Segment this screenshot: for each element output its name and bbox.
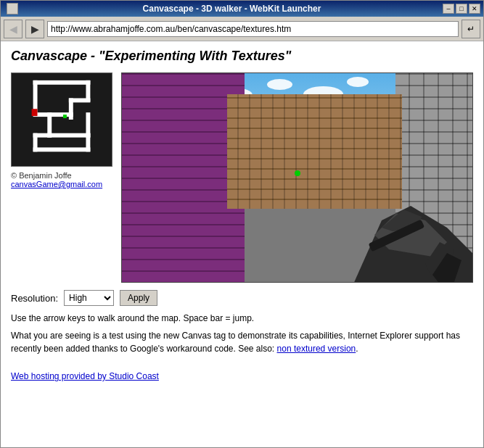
left-wall xyxy=(122,73,245,282)
content-area: Canvascape - "Experimenting With Texture… xyxy=(1,41,483,447)
info-line-2: What you are seeing is a test using the … xyxy=(11,329,473,355)
browser-toolbar: ◀ ▶ ↵ xyxy=(1,17,483,41)
cloud-4 xyxy=(267,79,292,90)
info-period: . xyxy=(356,344,358,354)
info-text-2: What you are seeing is a test using the … xyxy=(11,331,460,354)
window-controls: – □ ✕ xyxy=(443,4,480,14)
main-layout: © Benjamin Joffe canvasGame@gmail.com xyxy=(11,72,473,283)
browser-window: Canvascape - 3D walker - WebKit Launcher… xyxy=(0,0,484,448)
weapon-svg xyxy=(331,162,473,283)
enemy-dot xyxy=(295,170,300,176)
cloud-6 xyxy=(347,77,369,87)
svg-rect-13 xyxy=(33,147,91,152)
go-button[interactable]: ↵ xyxy=(462,20,480,38)
back-button[interactable]: ◀ xyxy=(4,20,22,38)
svg-rect-15 xyxy=(32,109,38,116)
go-icon: ↵ xyxy=(467,24,475,34)
back-icon: ◀ xyxy=(9,23,17,35)
left-panel: © Benjamin Joffe canvasGame@gmail.com xyxy=(11,72,112,283)
svg-rect-14 xyxy=(86,133,90,152)
author-email[interactable]: canvasGame@gmail.com xyxy=(11,180,112,188)
info-line-1: Use the arrow keys to walk around the ma… xyxy=(11,312,473,325)
hosting-link[interactable]: Web hosting provided by Studio Coast xyxy=(11,371,159,381)
title-bar: Canvascape - 3D walker - WebKit Launcher… xyxy=(1,1,483,17)
forward-icon: ▶ xyxy=(31,23,39,35)
page-title: Canvascape - "Experimenting With Texture… xyxy=(11,49,473,64)
resolution-select[interactable]: Low Medium High xyxy=(64,290,114,306)
minimap-svg xyxy=(12,73,112,166)
minimap xyxy=(11,72,112,167)
game-canvas xyxy=(121,72,473,283)
window-title: Canvascape - 3D walker - WebKit Launcher xyxy=(21,4,443,14)
info-text-1: Use the arrow keys to walk around the ma… xyxy=(11,313,254,323)
non-textured-link[interactable]: non textured version xyxy=(277,344,356,354)
svg-rect-1 xyxy=(33,80,91,85)
svg-rect-8 xyxy=(47,133,90,138)
controls-row: Resolution: Low Medium High Apply xyxy=(11,290,473,306)
window-icon xyxy=(7,3,18,14)
author-name: © Benjamin Joffe xyxy=(11,171,112,180)
minimize-button[interactable]: – xyxy=(443,4,454,14)
svg-rect-0 xyxy=(12,73,112,166)
maximize-button[interactable]: □ xyxy=(456,4,467,14)
author-info: © Benjamin Joffe canvasGame@gmail.com xyxy=(11,171,112,188)
address-bar[interactable] xyxy=(47,21,459,37)
close-button[interactable]: ✕ xyxy=(469,4,480,14)
svg-rect-16 xyxy=(63,115,67,118)
forward-button[interactable]: ▶ xyxy=(25,20,44,38)
apply-button[interactable]: Apply xyxy=(120,290,157,306)
game-scene xyxy=(122,73,472,282)
resolution-label: Resolution: xyxy=(11,293,58,304)
